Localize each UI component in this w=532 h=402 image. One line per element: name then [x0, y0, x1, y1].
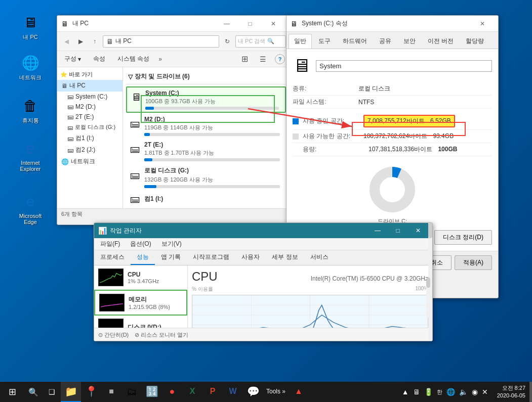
address-bar[interactable]: 🖥 내 PC	[103, 35, 219, 48]
start-button[interactable]: ⊞	[0, 382, 24, 402]
tab-general[interactable]: 일반	[289, 34, 312, 49]
main-scrollbar[interactable]	[426, 278, 430, 318]
tray-globe-icon[interactable]: 🌐	[445, 388, 456, 396]
disk-cleanup-button[interactable]: 디스크 정리(D)	[434, 230, 492, 245]
tray-up-arrow[interactable]: ▲	[401, 388, 410, 396]
tm-tab-startup[interactable]: 시작프로그램	[187, 250, 235, 265]
taskbar-clock[interactable]: 오전 8:27 2020-06-05	[493, 384, 529, 400]
drive-item-2t-e[interactable]: 🖴 2T (E:) 1.81TB 중 1.70TB 사용 가능	[126, 139, 286, 163]
tm-tab-details[interactable]: 세부 정보	[266, 250, 304, 265]
help-button[interactable]: ?	[275, 54, 285, 64]
sidebar-item-2t-e[interactable]: 🖴 2T (E:)	[57, 112, 122, 122]
tm-tab-services[interactable]: 서비스	[304, 250, 335, 265]
ribbon-properties-button[interactable]: 속성	[90, 54, 108, 64]
properties-header: 🖥	[293, 55, 492, 76]
tray-network-icon[interactable]: 🖥	[412, 388, 421, 396]
main-scrollbar-thumb[interactable]	[426, 278, 430, 288]
desktop-icon-edge[interactable]: e Microsoft Edge	[13, 190, 48, 227]
tm-tab-users[interactable]: 사용자	[235, 250, 266, 265]
tray-lang-icon[interactable]: 한	[436, 388, 443, 396]
desktop-icon-my-pc[interactable]: 🖥 내 PC	[13, 10, 48, 43]
tm-sidebar-cpu[interactable]: CPU 1% 3.47GHz	[94, 265, 187, 290]
view-options-button[interactable]: ⊞	[238, 53, 251, 65]
my-pc-label: 내 PC	[23, 33, 37, 41]
sidebar-item-local-g[interactable]: 🖴 로컬 디스크 (G:)	[57, 122, 122, 132]
desktop-icon-ie[interactable]: e Internet Explorer	[13, 137, 48, 174]
prop-used-gb: 6.52GB	[430, 117, 451, 124]
forward-button[interactable]: ▶	[74, 35, 87, 48]
taskbar-app-app6[interactable]: ●	[162, 382, 182, 402]
ribbon-sysinfo-button[interactable]: 시스템 속성	[114, 54, 152, 64]
search-bar[interactable]: 내 PC 검색 🔍	[235, 35, 286, 48]
show-desktop-button[interactable]	[529, 382, 532, 402]
tab-security[interactable]: 보안	[398, 34, 421, 49]
tm-summary-button[interactable]: ⊙ 간단히(D)	[98, 331, 129, 339]
tm-menu-file[interactable]: 파일(F)	[98, 239, 122, 249]
tm-sidebar-disk[interactable]: 디스크 0(D:)	[94, 316, 187, 328]
refresh-button[interactable]: ↻	[221, 35, 233, 48]
sidebar-item-my-pc[interactable]: 🖥 내 PC	[57, 80, 122, 92]
tm-tab-performance[interactable]: 성능	[131, 250, 155, 265]
tm-menu-view[interactable]: 보기(V)	[159, 239, 184, 249]
explorer-close-button[interactable]: ✕	[262, 16, 285, 32]
tm-tab-processes[interactable]: 프로세스	[94, 250, 131, 265]
properties-close-button[interactable]: ✕	[471, 16, 494, 32]
tm-minimize-button[interactable]: —	[367, 223, 388, 238]
taskbar-app-antivirus[interactable]: ▲	[289, 382, 309, 402]
tm-sidebar-memory[interactable]: 메모리 1.2/15.9GB (8%)	[94, 290, 187, 316]
sidebar-item-com1-i[interactable]: 🖴 컴1 (I:)	[57, 132, 122, 144]
tm-close-button[interactable]: ✕	[408, 223, 428, 238]
tab-hardware[interactable]: 하드웨어	[337, 34, 373, 49]
tm-monitor-button[interactable]: ⊘ 리소스 모니터 열기	[135, 331, 188, 339]
drive-local-g-size: 132GB 중 120GB 사용 가능	[144, 176, 213, 184]
explorer-minimize-button[interactable]: —	[215, 16, 238, 32]
desktop-icon-network[interactable]: 🌐 네트워크	[13, 51, 48, 83]
drive-item-local-g[interactable]: 🖴 로컬 디스크 (G:) 132GB 중 120GB 사용 가능	[126, 164, 286, 190]
tab-sharing[interactable]: 공유	[374, 34, 397, 49]
taskbar-app-chat[interactable]: 💬	[243, 382, 263, 402]
taskbar-app-terminal[interactable]: ■	[101, 382, 121, 402]
drive-item-m2-d[interactable]: 🖴 M2 (D:) 119GB 중 114GB 사용 가능	[126, 114, 286, 138]
taskbar-app-calc[interactable]: 🔢	[142, 382, 162, 402]
task-view-button[interactable]: ❑	[43, 382, 61, 402]
taskbar-app-word[interactable]: W	[223, 382, 243, 402]
up-button[interactable]: ↑	[89, 35, 101, 48]
drive-item-system-c[interactable]: 🖥 System (C:) 100GB 중 93.7GB 사용 가능	[126, 86, 286, 113]
taskbar-app-ppt[interactable]: P	[202, 382, 223, 402]
ribbon-organize-button[interactable]: 구성 ▾	[61, 54, 84, 64]
tray-speaker-icon[interactable]: 🔈	[458, 388, 469, 396]
properties-tab-bar: 일반 도구 하드웨어 공유 보안 이전 버전 할당량	[287, 32, 498, 49]
tab-prev-versions[interactable]: 이전 버전	[422, 34, 459, 49]
taskbar-app-maps[interactable]: 📍	[81, 382, 101, 402]
properties-content: 🖥 종류: 로컬 디스크 파일 시스템: NTFS 사용 중인 공간: 7,00…	[287, 49, 498, 251]
sidebar-item-network[interactable]: 🌐 네트워크	[57, 156, 122, 167]
tray-close-icon[interactable]: ✕	[481, 388, 489, 396]
antivirus-icon: ▲	[295, 387, 303, 396]
prop-name-input[interactable]	[316, 60, 492, 72]
tray-battery-icon[interactable]: 🔋	[423, 388, 434, 396]
desktop-icon-recycle[interactable]: 🗑 휴지통	[13, 94, 48, 126]
taskbar-app-excel[interactable]: X	[182, 382, 202, 402]
tab-quota[interactable]: 할당량	[460, 34, 489, 49]
tab-tools[interactable]: 도구	[313, 34, 336, 49]
taskbar-search-button[interactable]: 🔍	[24, 382, 43, 402]
drive-2t-bar-fill	[144, 158, 152, 161]
sidebar-item-system-c[interactable]: 🖴 System (C:)	[57, 92, 122, 102]
view-list-button[interactable]: ☰	[257, 53, 269, 65]
edge-icon: e	[20, 192, 40, 212]
tm-tab-app-history[interactable]: 앱 기록	[155, 250, 187, 265]
sidebar-item-com2-j[interactable]: 🖴 컴2 (J:)	[57, 144, 122, 156]
sidebar-item-m2-d[interactable]: 🖴 M2 (D:)	[57, 102, 122, 112]
drive-item-com1-i[interactable]: 🖴 컴1 (I:)	[126, 191, 286, 207]
free-color-box	[293, 133, 299, 140]
taskbar-app-files[interactable]: 🗂	[121, 382, 142, 402]
tm-menu-options[interactable]: 옵션(O)	[128, 239, 153, 249]
apply-button[interactable]: 적용(A)	[455, 255, 492, 270]
tm-maximize-button[interactable]: □	[388, 223, 408, 238]
properties-title-text: System (C:) 속성	[302, 19, 471, 28]
explorer-maximize-button[interactable]: □	[238, 16, 262, 32]
taskbar-app-explorer[interactable]: 📁	[61, 382, 81, 402]
taskbar-tools-label[interactable]: Tools »	[263, 382, 289, 402]
back-button[interactable]: ◀	[60, 35, 72, 48]
tray-volume-icon[interactable]: ◉	[471, 388, 479, 396]
